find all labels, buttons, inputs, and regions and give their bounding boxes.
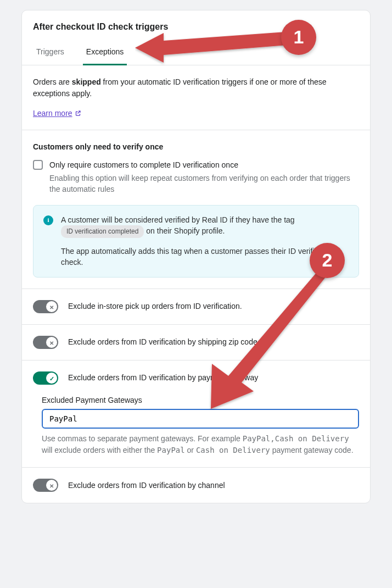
intro-section: Orders are skipped from your automatic I… bbox=[22, 65, 370, 130]
verify-once-heading: Customers only need to verify once bbox=[33, 141, 359, 152]
info-line2: The app automatically adds this tag when… bbox=[61, 246, 349, 268]
info-body: A customer will be considered verified b… bbox=[61, 214, 349, 268]
intro-text: Orders are skipped from your automatic I… bbox=[33, 76, 359, 99]
toggle-shipping[interactable] bbox=[33, 336, 58, 349]
external-link-icon bbox=[75, 110, 81, 117]
help-suffix: payment gateway code. bbox=[270, 446, 354, 454]
learn-more-link[interactable]: Learn more bbox=[33, 108, 81, 119]
svg-marker-1 bbox=[211, 267, 328, 409]
excluded-gateways-help: Use commas to separate payment gateways.… bbox=[42, 433, 359, 456]
help-prefix: Use commas to separate payment gateways.… bbox=[42, 434, 243, 443]
info-line1-prefix: A customer will be considered verified b… bbox=[61, 215, 295, 224]
info-line1: A customer will be considered verified b… bbox=[61, 214, 349, 238]
toggle-channel-section: Exclude orders from ID verification by c… bbox=[22, 468, 370, 503]
info-tag: ID verification completed bbox=[61, 225, 144, 238]
annotation-badge-1: 1 bbox=[281, 20, 316, 55]
annotation-arrow-1 bbox=[135, 29, 289, 67]
help-or: or bbox=[185, 446, 196, 454]
annotation-arrow-2 bbox=[203, 267, 329, 410]
intro-prefix: Orders are bbox=[33, 77, 72, 86]
verify-once-help: Enabling this option will keep repeat cu… bbox=[49, 173, 359, 195]
help-mid: will exclude orders with either the bbox=[42, 446, 157, 454]
excluded-gateways-input[interactable] bbox=[42, 409, 359, 429]
tab-triggers[interactable]: Triggers bbox=[33, 41, 68, 65]
verify-once-checkbox[interactable] bbox=[33, 160, 43, 170]
toggle-payment[interactable] bbox=[33, 371, 58, 385]
verify-once-label: Only require customers to complete ID ve… bbox=[49, 159, 359, 170]
verify-once-checkbox-row: Only require customers to complete ID ve… bbox=[33, 159, 359, 195]
toggle-pickup[interactable] bbox=[33, 300, 58, 313]
help-code3: Cash on Delivery bbox=[196, 446, 270, 454]
svg-marker-0 bbox=[135, 32, 288, 63]
toggle-channel[interactable] bbox=[33, 479, 58, 492]
info-icon: i bbox=[43, 215, 53, 225]
annotation-badge-2: 2 bbox=[310, 243, 345, 278]
learn-more-label: Learn more bbox=[33, 108, 72, 119]
info-line1-suffix: on their Shopify profile. bbox=[146, 226, 225, 235]
toggle-channel-row: Exclude orders from ID verification by c… bbox=[33, 479, 359, 492]
toggle-channel-label: Exclude orders from ID verification by c… bbox=[68, 480, 225, 491]
tab-exceptions[interactable]: Exceptions bbox=[83, 41, 127, 65]
intro-bold: skipped bbox=[72, 77, 101, 86]
help-code1: PayPal,Cash on Delivery bbox=[243, 434, 349, 443]
verify-once-texts: Only require customers to complete ID ve… bbox=[49, 159, 359, 195]
help-code2: PayPal bbox=[157, 446, 185, 454]
